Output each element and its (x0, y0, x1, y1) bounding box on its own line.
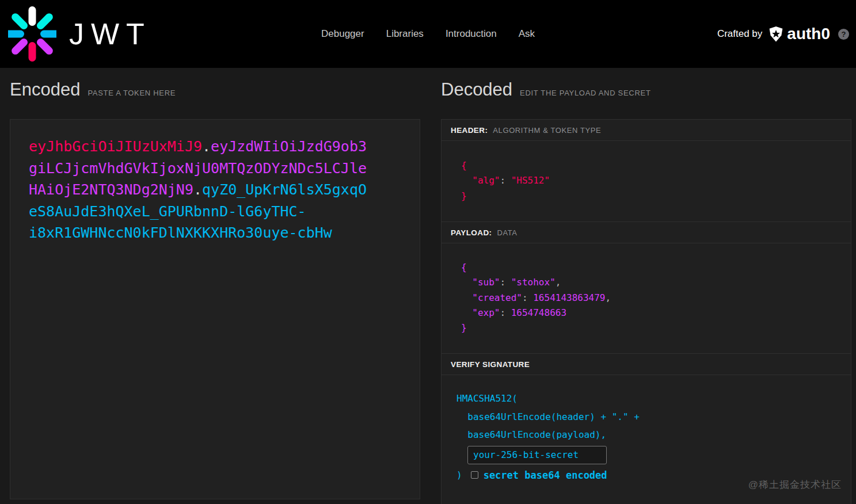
header-section-label: HEADER: (451, 126, 488, 135)
nav-item-debugger[interactable]: Debugger (321, 28, 364, 40)
jwt-logo[interactable]: JWT (8, 5, 151, 63)
code-line: "sub": "stohox", (461, 275, 851, 290)
code-token: } (461, 190, 467, 201)
code-token: : (500, 175, 511, 186)
signature-formula: HMACSHA512( base64UrlEncode(header) + ".… (456, 390, 851, 444)
jwt-token-text: eyJhbGciOiJIUzUxMiJ9.eyJzdWIiOiJzdG9ob3g… (29, 136, 370, 244)
code-token: , (605, 292, 611, 303)
code-token: 1654748663 (511, 307, 566, 318)
secret-input[interactable] (467, 446, 607, 464)
encoded-title: Encoded (10, 79, 80, 100)
watermark: @稀土掘金技术社区 (748, 478, 842, 491)
code-line: base64UrlEncode(payload), (456, 426, 851, 444)
code-token: 1654143863479 (533, 292, 605, 303)
payload-json-editor[interactable]: { "sub": "stohox", "created": 1654143863… (442, 243, 851, 354)
verify-section-row: VERIFY SIGNATURE (442, 354, 851, 375)
nav-item-libraries[interactable]: Libraries (386, 28, 424, 40)
nav-item-introduction[interactable]: Introduction (446, 28, 497, 40)
verify-section-label: VERIFY SIGNATURE (451, 360, 530, 369)
payload-section-sublabel: DATA (497, 228, 517, 237)
code-line: base64UrlEncode(header) + "." + (456, 408, 851, 426)
code-token: { (461, 160, 467, 171)
help-icon[interactable]: ? (838, 29, 849, 40)
code-token: : (500, 277, 511, 288)
code-token: "stohox" (511, 277, 556, 288)
token-separator: . (193, 181, 202, 198)
token-separator: . (202, 138, 211, 155)
auth0-shield-icon (769, 26, 783, 42)
header-section-row: HEADER: ALGORITHM & TOKEN TYPE (442, 120, 851, 141)
header-section-sublabel: ALGORITHM & TOKEN TYPE (493, 126, 601, 135)
closing-paren: ) (456, 469, 462, 480)
base64-checkbox[interactable] (471, 471, 478, 479)
jwt-token-editor[interactable]: eyJhbGciOiJIUzUxMiJ9.eyJzdWIiOiJzdG9ob3g… (10, 119, 420, 499)
crafted-by-label: Crafted by (717, 28, 762, 40)
payload-section-label: PAYLOAD: (451, 228, 492, 237)
code-token (461, 175, 472, 186)
main-nav: Debugger Libraries Introduction Ask (321, 0, 535, 68)
code-line: "exp": 1654748663 (461, 306, 851, 320)
code-token: base64UrlEncode(payload), (456, 429, 606, 440)
code-token: HMACSHA512( (456, 393, 518, 404)
code-token: "created" (472, 292, 522, 303)
payload-section-row: PAYLOAD: DATA (442, 222, 851, 243)
code-token: "sub" (472, 277, 500, 288)
code-token: , (556, 277, 561, 288)
code-line: "created": 1654143863479, (461, 291, 851, 306)
token-header-segment: eyJhbGciOiJIUzUxMiJ9 (29, 138, 202, 155)
header-json-editor[interactable]: { "alg": "HS512"} (442, 141, 851, 222)
auth0-link[interactable]: auth0 (769, 25, 830, 43)
top-navigation-bar: JWT Debugger Libraries Introduction Ask … (0, 0, 856, 68)
decoded-subtitle: EDIT THE PAYLOAD AND SECRET (520, 89, 650, 97)
code-token: "alg" (472, 175, 500, 186)
code-line: } (461, 320, 851, 335)
code-token: { (461, 262, 467, 273)
code-token (461, 292, 472, 303)
code-line: "alg": "HS512" (461, 173, 851, 188)
decoded-panel: HEADER: ALGORITHM & TOKEN TYPE { "alg": … (441, 119, 851, 504)
code-line: { (461, 260, 851, 275)
nav-item-ask[interactable]: Ask (519, 28, 535, 40)
decoded-header: Decoded EDIT THE PAYLOAD AND SECRET (441, 79, 651, 100)
code-line: { (461, 158, 851, 173)
code-token: : (522, 292, 533, 303)
base64-checkbox-label[interactable]: secret base64 encoded (484, 469, 607, 481)
code-token: "exp" (472, 307, 500, 318)
code-line: HMACSHA512( (456, 390, 851, 408)
encoded-subtitle: PASTE A TOKEN HERE (87, 89, 176, 97)
code-token: : (500, 307, 511, 318)
decoded-title: Decoded (441, 79, 512, 100)
code-token: "HS512" (511, 175, 550, 186)
code-token (461, 307, 472, 318)
auth0-logo-text: auth0 (787, 25, 830, 43)
code-token: base64UrlEncode(header) + "." + (456, 411, 640, 422)
code-token (461, 277, 472, 288)
code-token: } (461, 322, 467, 333)
jwt-logo-text: JWT (69, 17, 151, 51)
jwt-logo-icon (8, 5, 56, 63)
crafted-by-group: Crafted by auth0 ? (717, 0, 849, 68)
encoded-header: Encoded PASTE A TOKEN HERE (10, 79, 176, 100)
code-line: } (461, 189, 851, 204)
